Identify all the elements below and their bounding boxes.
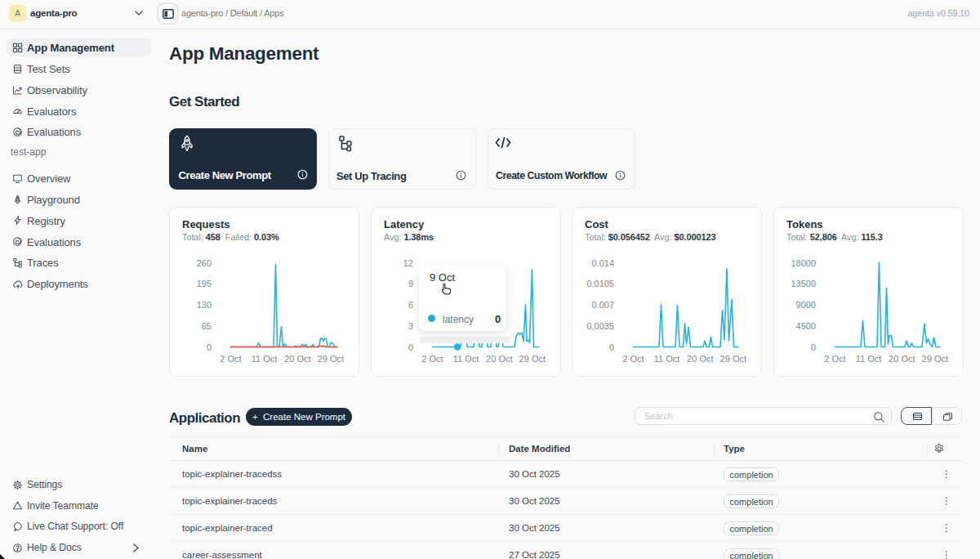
svg-text:0: 0: [207, 342, 212, 352]
svg-text:130: 130: [197, 300, 212, 310]
svg-text:11 Oct: 11 Oct: [252, 354, 278, 364]
svg-text:0: 0: [811, 342, 816, 352]
svg-text:65: 65: [202, 321, 212, 331]
svg-text:0.0105: 0.0105: [586, 279, 614, 288]
svg-text:18000: 18000: [791, 258, 816, 268]
svg-text:2 Oct: 2 Oct: [824, 354, 845, 364]
svg-text:11 Oct: 11 Oct: [654, 354, 680, 364]
svg-text:2 Oct: 2 Oct: [622, 354, 644, 364]
svg-text:0.007: 0.007: [591, 300, 614, 310]
svg-text:0.0035: 0.0035: [586, 321, 614, 331]
svg-text:29 Oct: 29 Oct: [922, 354, 948, 364]
svg-text:29 Oct: 29 Oct: [720, 354, 746, 364]
svg-text:20 Oct: 20 Oct: [687, 354, 713, 364]
svg-text:4500: 4500: [796, 321, 816, 331]
svg-text:20 Oct: 20 Oct: [284, 354, 310, 364]
svg-text:2 Oct: 2 Oct: [220, 354, 241, 364]
svg-text:0: 0: [609, 342, 614, 352]
svg-text:29 Oct: 29 Oct: [318, 354, 344, 364]
svg-text:11 Oct: 11 Oct: [856, 354, 882, 364]
svg-text:260: 260: [197, 258, 212, 268]
svg-text:20 Oct: 20 Oct: [889, 354, 915, 364]
svg-text:9000: 9000: [796, 300, 816, 310]
svg-text:195: 195: [197, 279, 212, 288]
svg-text:0.014: 0.014: [591, 258, 614, 268]
svg-text:13500: 13500: [791, 279, 816, 288]
